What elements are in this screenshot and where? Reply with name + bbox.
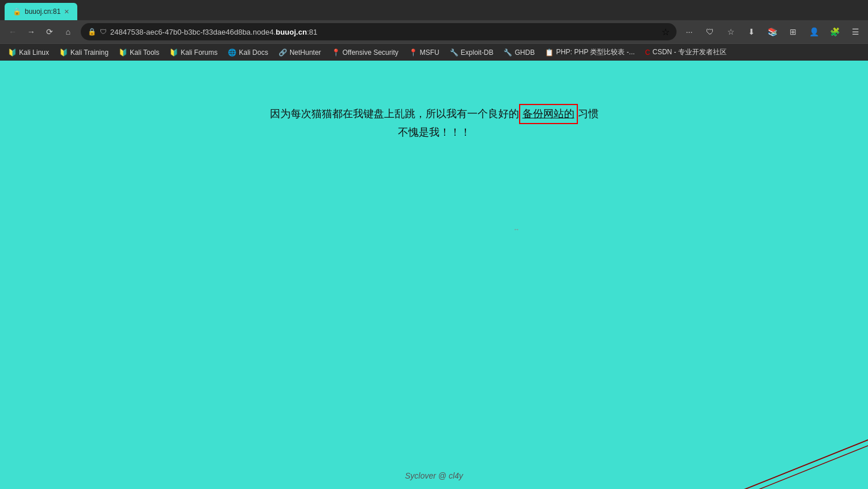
bookmark-php-compare-label: PHP: PHP 类型比较表 -...	[556, 47, 634, 57]
bookmark-msfu[interactable]: 📍 MSFU	[404, 47, 444, 58]
svg-line-0	[724, 440, 868, 489]
bookmark-kali-forums[interactable]: 🔰 Kali Forums	[165, 47, 222, 58]
download-button[interactable]: ⬇	[743, 24, 760, 40]
kali-training-icon: 🔰	[59, 48, 68, 57]
bookmark-ghdb[interactable]: 🔧 GHDB	[499, 47, 539, 58]
url-text: 24847538-aec6-47b0-b3bc-f33dae46d8ba.nod…	[110, 28, 658, 36]
bookmark-kali-tools[interactable]: 🔰 Kali Tools	[114, 47, 164, 58]
svg-line-1	[724, 446, 868, 489]
kali-docs-icon: 🌐	[228, 48, 236, 57]
tab-close-button[interactable]: ✕	[64, 8, 69, 16]
bookmark-php-compare[interactable]: 📋 PHP: PHP 类型比较表 -...	[540, 46, 639, 59]
extensions-button[interactable]: 🧩	[826, 24, 843, 40]
cursor-indicator: ↔	[513, 226, 520, 233]
bookmark-offensive-security[interactable]: 📍 Offensive Security	[327, 47, 403, 58]
bookmark-csdn[interactable]: C CSDN - 专业开发者社区	[641, 46, 731, 59]
url-port: :81	[307, 28, 317, 36]
csdn-icon: C	[645, 48, 651, 57]
main-text-line2: 不愧是我！！！	[0, 124, 868, 141]
tab-bar: 🔒 buuoj.cn:81 ✕	[0, 0, 868, 20]
home-button[interactable]: ⌂	[60, 24, 76, 40]
bookmark-kali-linux-label: Kali Linux	[19, 48, 49, 57]
diagonal-decoration	[695, 394, 868, 489]
active-tab[interactable]: 🔒 buuoj.cn:81 ✕	[5, 3, 77, 20]
backup-site-link[interactable]: 备份网站的	[519, 104, 578, 124]
exploit-db-icon: 🔧	[450, 48, 459, 57]
hamburger-menu[interactable]: ☰	[847, 24, 863, 40]
star-icon[interactable]: ☆	[662, 27, 670, 38]
bookmark-exploit-db[interactable]: 🔧 Exploit-DB	[445, 47, 498, 58]
shield-button[interactable]: 🛡	[702, 24, 718, 40]
back-button[interactable]: ←	[5, 24, 21, 40]
tab-title: buuoj.cn:81	[25, 8, 61, 16]
bookmarks-bar: 🔰 Kali Linux 🔰 Kali Training 🔰 Kali Tool…	[0, 43, 868, 61]
bookmark-kali-docs[interactable]: 🌐 Kali Docs	[223, 47, 273, 58]
bookmark-nethunter[interactable]: 🔗 NetHunter	[274, 47, 326, 58]
bookmark-kali-training-label: Kali Training	[70, 48, 108, 57]
page-content: 因为每次猫猫都在我键盘上乱跳，所以我有一个良好的备份网站的习惯 不愧是我！！！ …	[0, 61, 868, 489]
footer-text: Syclover @ cl4y	[405, 471, 463, 480]
bookmark-csdn-label: CSDN - 专业开发者社区	[652, 47, 727, 57]
container-button[interactable]: ⊞	[785, 24, 801, 40]
bookmark-star-button[interactable]: ☆	[723, 24, 739, 40]
kali-tools-icon: 🔰	[119, 48, 127, 57]
php-compare-icon: 📋	[545, 48, 554, 57]
ghdb-icon: 🔧	[503, 48, 512, 57]
bookmark-msfu-label: MSFU	[420, 48, 439, 57]
address-bar[interactable]: 🔒 🛡 24847538-aec6-47b0-b3bc-f33dae46d8ba…	[81, 23, 677, 40]
library-button[interactable]: 📚	[764, 24, 780, 40]
bookmark-kali-tools-label: Kali Tools	[130, 48, 159, 57]
bookmark-kali-linux[interactable]: 🔰 Kali Linux	[3, 47, 54, 58]
kali-forums-icon: 🔰	[170, 48, 178, 57]
bookmark-offensive-security-label: Offensive Security	[343, 48, 399, 57]
bookmark-ghdb-label: GHDB	[514, 48, 535, 57]
main-text-area: 因为每次猫猫都在我键盘上乱跳，所以我有一个良好的备份网站的习惯 不愧是我！！！	[0, 104, 868, 141]
tab-favicon: 🔒	[13, 8, 21, 16]
forward-button[interactable]: →	[23, 24, 39, 40]
account-icon[interactable]: 👤	[806, 24, 822, 40]
refresh-button[interactable]: ⟳	[42, 24, 58, 40]
browser-toolbar: ← → ⟳ ⌂ 🔒 🛡 24847538-aec6-47b0-b3bc-f33d…	[0, 20, 868, 43]
url-prefix: 24847538-aec6-47b0-b3bc-f33dae46d8ba.nod…	[110, 28, 276, 36]
shield-icon: 🛡	[100, 28, 107, 36]
toolbar-right: ··· 🛡 ☆ ⬇ 📚 ⊞ 👤 🧩 ☰	[681, 24, 863, 40]
security-icon: 🔒	[88, 28, 96, 36]
bookmark-exploit-db-label: Exploit-DB	[461, 48, 494, 57]
main-text-line1: 因为每次猫猫都在我键盘上乱跳，所以我有一个良好的备份网站的习惯	[0, 104, 868, 124]
offensive-security-icon: 📍	[332, 48, 340, 57]
bookmark-nethunter-label: NetHunter	[290, 48, 321, 57]
nethunter-icon: 🔗	[279, 48, 287, 57]
more-options-button[interactable]: ···	[681, 24, 697, 40]
line1-after: 习惯	[578, 108, 599, 120]
bookmark-kali-training[interactable]: 🔰 Kali Training	[55, 47, 113, 58]
line1-before: 因为每次猫猫都在我键盘上乱跳，所以我有一个良好的	[270, 108, 519, 120]
msfu-icon: 📍	[409, 48, 418, 57]
bookmark-kali-docs-label: Kali Docs	[239, 48, 268, 57]
kali-linux-icon: 🔰	[8, 48, 17, 57]
bookmark-kali-forums-label: Kali Forums	[181, 48, 217, 57]
nav-buttons: ← → ⟳ ⌂	[5, 24, 76, 40]
url-domain: buuoj.cn	[276, 28, 307, 36]
